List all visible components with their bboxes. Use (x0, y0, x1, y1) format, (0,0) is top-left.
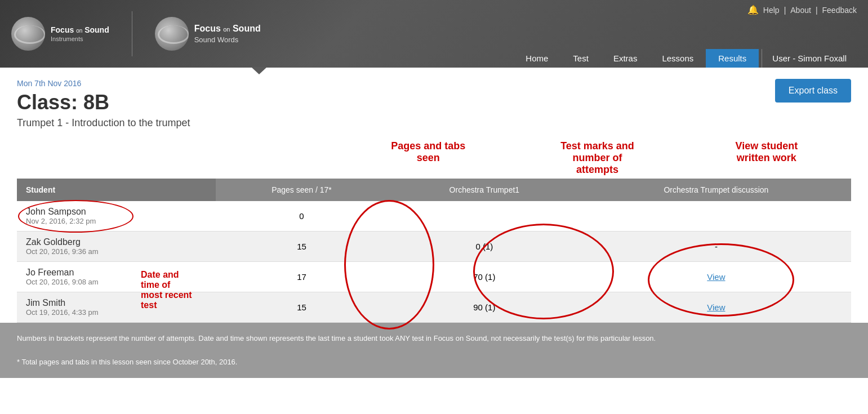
separator2: | (816, 6, 818, 15)
feedback-link[interactable]: Feedback (822, 6, 857, 15)
student-date-1: Oct 20, 2016, 9:36 am (26, 247, 207, 256)
written-cell-1: - (581, 232, 851, 262)
test-cell-0 (388, 201, 581, 232)
logo-brand-2: Focus on Sound (194, 23, 261, 35)
view-link-3[interactable]: View (707, 302, 725, 312)
view-link-2[interactable]: View (707, 272, 725, 282)
nav-user: User - Simon Foxall (762, 49, 857, 68)
logo-brand-1: Focus on Sound (51, 25, 109, 35)
table-row: Zak Goldberg Oct 20, 2016, 9:36 am 15 0 … (17, 232, 851, 262)
pages-cell-0: 0 (216, 201, 388, 232)
logo-sub-2: Sound Words (194, 35, 261, 45)
col-header-test: Orchestra Trumpet1 (388, 179, 581, 201)
annotation-pages-label: Pages and tabsseen (344, 140, 513, 164)
nav-home[interactable]: Home (513, 49, 560, 68)
logo-text-1: Focus on Sound Instruments (51, 25, 109, 43)
about-link[interactable]: About (790, 6, 811, 15)
logo-circle-1 (11, 17, 45, 51)
col-header-written: Orchestra Trumpet discussion (581, 179, 851, 201)
test-cell-2: 70 (1) (388, 262, 581, 292)
logo-text-2: Focus on Sound Sound Words (194, 23, 261, 46)
student-name-0: John Sampson (26, 207, 207, 217)
main-content: Mon 7th Nov 2016 Class: 8B Trumpet 1 - I… (0, 68, 868, 323)
footer-note-2: * Total pages and tabs in this lesson se… (17, 357, 851, 368)
written-cell-0 (581, 201, 851, 232)
col-header-pages: Pages seen / 17* (216, 179, 388, 201)
student-cell-0: John Sampson Nov 2, 2016, 2:32 pm (17, 201, 216, 232)
pages-cell-1: 15 (216, 232, 388, 262)
student-date-0: Nov 2, 2016, 2:32 pm (26, 217, 207, 225)
nav-extras[interactable]: Extras (601, 49, 650, 68)
test-cell-1: 0 (1) (388, 232, 581, 262)
bell-icon[interactable]: 🔔 (747, 5, 759, 15)
nav-results[interactable]: Results (706, 49, 759, 68)
top-bar: 🔔 Help | About | Feedback Focus on Sound… (0, 0, 868, 68)
col-header-student: Student (17, 179, 216, 201)
logo-sub-1: Instruments (51, 35, 109, 43)
nav-test[interactable]: Test (560, 49, 601, 68)
logos-area: Focus on Sound Instruments Focus on Soun… (11, 11, 261, 56)
logo-circle-2 (155, 17, 189, 51)
test-cell-3: 90 (1) (388, 292, 581, 323)
written-cell-2[interactable]: View (581, 262, 851, 292)
logo-soundwords[interactable]: Focus on Sound Sound Words (155, 17, 261, 51)
nav-bar: Home Test Extras Lessons Results User - … (513, 49, 857, 68)
annotation-test-label: Test marks andnumber ofattempts (513, 140, 682, 176)
export-class-button[interactable]: Export class (775, 79, 851, 103)
separator1: | (784, 6, 786, 15)
written-cell-3[interactable]: View (581, 292, 851, 323)
student-name-1: Zak Goldberg (26, 237, 207, 247)
nav-lessons[interactable]: Lessons (649, 49, 706, 68)
student-cell-1: Zak Goldberg Oct 20, 2016, 9:36 am (17, 232, 216, 262)
lesson-title: Trumpet 1 - Introduction to the trumpet (17, 117, 851, 129)
class-title: Class: 8B (17, 91, 851, 114)
date-label: Mon 7th Nov 2016 (17, 79, 851, 88)
logo-instruments[interactable]: Focus on Sound Instruments (11, 17, 109, 51)
footer-note: Numbers in brackets represent the number… (0, 323, 868, 378)
help-link[interactable]: Help (763, 6, 780, 15)
annotation-written-label: View studentwritten work (682, 140, 851, 164)
help-bar: 🔔 Help | About | Feedback (747, 5, 857, 15)
annotation-date-label: Date andtime ofmost recenttest (141, 270, 192, 310)
table-row: John Sampson Nov 2, 2016, 2:32 pm 0 (17, 201, 851, 232)
footer-note-1: Numbers in brackets represent the number… (17, 333, 851, 345)
pages-cell-2: 17 (216, 262, 388, 292)
pages-cell-3: 15 (216, 292, 388, 323)
logo-divider (132, 11, 132, 56)
